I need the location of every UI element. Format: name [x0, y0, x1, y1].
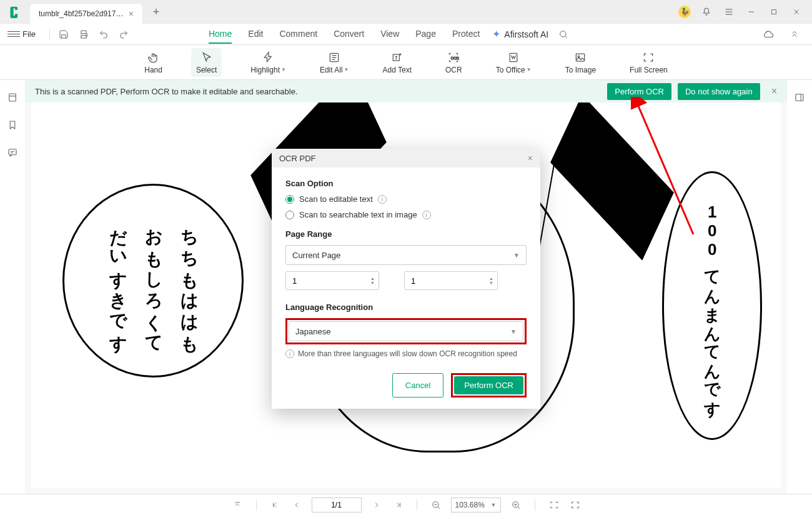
language-warning: i More than three languages will slow do…	[285, 349, 527, 358]
dialog-title: OCR PDF	[279, 154, 316, 163]
radio-label: Scan to searchable text in image	[299, 210, 417, 219]
info-icon: i	[285, 349, 294, 358]
spin-down-icon[interactable]: ▼	[489, 281, 493, 285]
dialog-overlay: OCR PDF × Scan Option Scan to editable t…	[0, 0, 812, 515]
select-value: Japanese	[295, 327, 330, 336]
scan-editable-radio[interactable]: Scan to editable text i	[285, 194, 527, 204]
to-page-input[interactable]: 1 ▲▼	[404, 271, 498, 290]
radio-input[interactable]	[285, 195, 294, 204]
language-title: Language Recognition	[285, 302, 527, 312]
perform-ocr-dialog-button[interactable]: Perform OCR	[454, 376, 523, 394]
info-icon[interactable]: i	[378, 195, 387, 204]
dialog-close-icon[interactable]: ×	[528, 153, 533, 163]
spin-up-icon[interactable]: ▲	[370, 276, 375, 281]
page-range-title: Page Range	[285, 229, 527, 239]
radio-input[interactable]	[285, 211, 294, 219]
input-value: 1	[292, 276, 297, 286]
radio-label: Scan to editable text	[299, 194, 373, 204]
info-icon[interactable]: i	[422, 211, 431, 219]
scan-option-title: Scan Option	[285, 179, 527, 188]
page-range-select[interactable]: Current Page ▼	[285, 245, 527, 265]
cancel-button[interactable]: Cancel	[392, 373, 443, 398]
spin-down-icon[interactable]: ▼	[370, 281, 375, 285]
dialog-header[interactable]: OCR PDF ×	[272, 149, 540, 168]
perform-highlight-box: Perform OCR	[451, 373, 527, 398]
select-value: Current Page	[292, 251, 340, 260]
language-select[interactable]: Japanese ▼	[289, 321, 523, 341]
from-page-input[interactable]: 1 ▲▼	[285, 271, 379, 290]
spin-up-icon[interactable]: ▲	[489, 276, 493, 281]
dropdown-arrow-icon: ▼	[510, 328, 517, 335]
input-value: 1	[411, 276, 415, 286]
language-highlight-box: Japanese ▼	[285, 318, 527, 344]
warning-text: More than three languages will slow down…	[298, 349, 517, 358]
ocr-dialog: OCR PDF × Scan Option Scan to editable t…	[272, 149, 540, 409]
dropdown-arrow-icon: ▼	[513, 252, 520, 259]
scan-searchable-radio[interactable]: Scan to searchable text in image i	[285, 210, 527, 219]
